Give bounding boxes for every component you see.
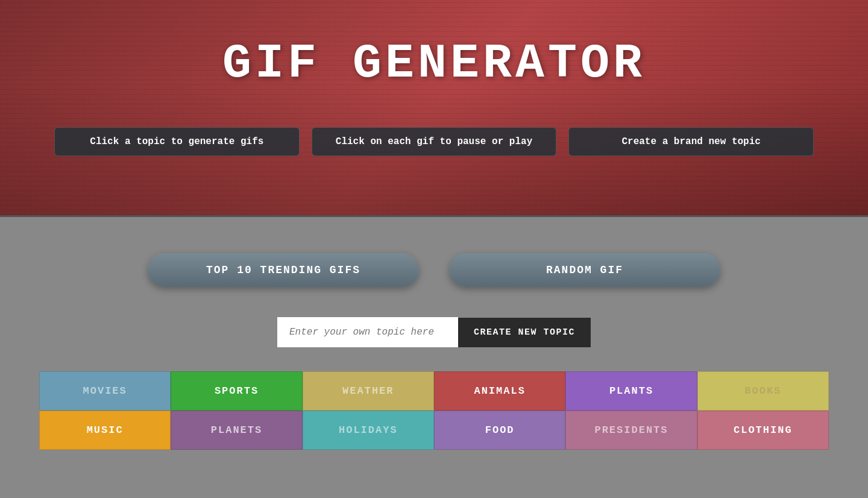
app-title-container: GIF GENERATOR xyxy=(0,0,868,91)
topic-input-row: CREATE NEW TOPIC xyxy=(0,317,868,347)
create-topic-button[interactable]: CREATE NEW TOPIC xyxy=(458,318,591,347)
header-section: GIF GENERATOR Click a topic to generate … xyxy=(0,0,868,217)
instruction-click-topic: Click a topic to generate gifs xyxy=(54,127,300,156)
instruction-badges: Click a topic to generate gifs Click on … xyxy=(0,127,868,156)
main-section: TOP 10 TRENDING GIFS RANDOM GIF CREATE N… xyxy=(0,217,868,474)
topic-food[interactable]: FOOD xyxy=(434,411,565,450)
topic-clothing[interactable]: CLOTHING xyxy=(697,411,829,450)
topic-holidays[interactable]: HOLIDAYS xyxy=(303,411,434,450)
topic-input[interactable] xyxy=(277,317,458,347)
topics-grid: MOVIESSPORTSWEATHERANIMALSPLANTSBOOKSMUS… xyxy=(39,371,829,450)
topic-music[interactable]: MUSIC xyxy=(39,411,171,450)
topic-presidents[interactable]: PRESIDENTS xyxy=(565,411,697,450)
topic-plants[interactable]: PLANTS xyxy=(565,371,697,411)
random-gif-button[interactable]: RANDOM GIF xyxy=(449,253,720,287)
top-buttons-row: TOP 10 TRENDING GIFS RANDOM GIF xyxy=(0,241,868,299)
topic-books[interactable]: BOOKS xyxy=(697,371,829,411)
topic-weather[interactable]: WEATHER xyxy=(303,371,434,411)
topic-planets[interactable]: PLANETS xyxy=(171,411,302,450)
topic-animals[interactable]: ANIMALS xyxy=(434,371,565,411)
instruction-new-topic: Create a brand new topic xyxy=(568,127,814,156)
instruction-click-gif: Click on each gif to pause or play xyxy=(312,127,557,156)
topic-movies[interactable]: MOVIES xyxy=(39,371,171,411)
app-title: GIF GENERATOR xyxy=(0,36,868,91)
topic-sports[interactable]: SPORTS xyxy=(171,371,302,411)
top-trending-button[interactable]: TOP 10 TRENDING GIFS xyxy=(148,253,419,287)
